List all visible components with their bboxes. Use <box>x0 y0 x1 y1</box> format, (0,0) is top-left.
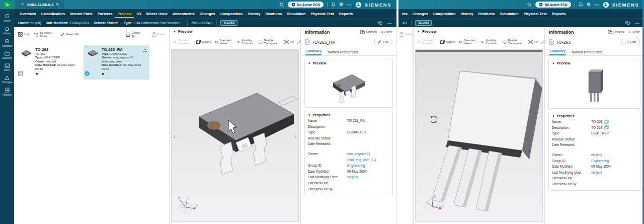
preview-section-title-row[interactable]: ▼ Preview <box>305 59 392 66</box>
tab-named-references[interactable]: Named References <box>572 50 602 55</box>
tab-reports[interactable]: Reports <box>549 9 569 18</box>
preview-section-header[interactable]: ▼ Preview <box>170 27 300 36</box>
prop-value-link[interactable]: ed (ed) <box>347 174 389 180</box>
list-view-button[interactable]: List <box>18 32 29 37</box>
card-to-263-ra[interactable]: TO-263_RA Type: UGMASTER Owner: eda_engu… <box>84 45 149 80</box>
tab-attachments-clipped[interactable]: nts <box>399 9 410 18</box>
ecn-badge[interactable]: No Active ECN <box>535 2 571 8</box>
edit-button[interactable]: Edit <box>374 39 392 45</box>
properties-section-title-row[interactable]: ▼ Properties <box>305 111 392 118</box>
prop-value-link[interactable]: eda_enguser21 (eda_eng_user_21) <box>347 151 389 163</box>
pin-icon[interactable] <box>56 3 60 7</box>
sidebar-item-home-1[interactable]: Home <box>0 12 14 24</box>
capture-snapshot-button[interactable]: Capture Snapshot <box>418 39 436 45</box>
ecn-badge[interactable]: No Active ECN <box>288 2 323 8</box>
share-icon[interactable] <box>625 21 630 25</box>
close-button[interactable]: × Close <box>628 30 640 34</box>
settings-gear-icon[interactable]: ⚙ <box>587 2 591 7</box>
gallery-button[interactable]: Gallery <box>196 40 211 44</box>
sidebar-item-reports[interactable]: Reports <box>0 86 14 98</box>
fit-button[interactable]: Fit <box>284 40 293 44</box>
capture-snapshot-button[interactable]: Capture Snapshot <box>174 39 192 45</box>
fit-button[interactable]: Fit <box>528 40 537 44</box>
tab-history[interactable]: History <box>245 9 263 18</box>
preview-section-title-row[interactable]: ▼ Preview <box>549 59 640 66</box>
close-button[interactable]: × Close <box>381 30 392 34</box>
properties-section-title-row[interactable]: ▼ Properties <box>549 112 640 119</box>
more-menu-icon[interactable]: ⋯ <box>347 2 352 7</box>
settings-gear-icon[interactable]: ⚙ <box>339 2 344 7</box>
paste-button[interactable]: Paste <box>152 31 165 38</box>
tab-changes[interactable]: Changes <box>197 9 218 18</box>
tab-summary[interactable]: Summary <box>305 49 321 55</box>
edit-button[interactable]: Edit <box>621 39 640 45</box>
download-icon[interactable] <box>142 47 148 52</box>
undock-button[interactable]: Undock <box>360 30 377 34</box>
item-id-crumb[interactable]: 6501-1123/A;1 <box>191 21 213 25</box>
tab-named-references[interactable]: Named References <box>328 50 358 55</box>
tab-attachments[interactable]: Attachments <box>170 9 197 18</box>
user-avatar[interactable] <box>603 2 609 8</box>
tab-partners[interactable]: Partners <box>95 9 115 18</box>
viewer-3d[interactable]: ZX <box>415 49 543 222</box>
tab-relations[interactable]: Relations <box>263 9 284 18</box>
tab-physical-test[interactable]: Physical Test <box>521 9 549 18</box>
more-options-icon[interactable]: ⋯ <box>635 21 640 26</box>
card-to-263[interactable]: TO-263 TO-263 Type: UGALTREP Owner: ed (… <box>17 45 82 80</box>
item-id-fragment[interactable]: A;1 <box>403 21 408 25</box>
select-all-button[interactable]: Select All <box>60 32 78 37</box>
search-icon[interactable] <box>527 3 532 7</box>
open-item-tab[interactable]: 6501-1123/A;1 <box>15 0 64 9</box>
tab-composition[interactable]: Composition <box>218 9 246 18</box>
tab-physical-test[interactable]: Physical Test <box>308 9 337 18</box>
tab-classification[interactable]: Classification <box>38 9 67 18</box>
notifications-bell-icon[interactable] <box>331 2 336 7</box>
sidebar-item-inbox[interactable]: Inbox <box>0 62 14 73</box>
viewer-3d[interactable]: ‹ › <box>171 49 299 222</box>
tab-simulation[interactable]: Simulation <box>497 9 521 18</box>
tab-reports[interactable]: Reports <box>337 9 356 18</box>
copy-icon[interactable] <box>604 125 609 129</box>
prop-value-link[interactable]: ed (ed) <box>591 170 637 176</box>
prop-value-link[interactable]: Engineering <box>591 158 637 164</box>
tab-preview[interactable]: Preview <box>115 9 134 18</box>
tab-composition[interactable]: Composition <box>431 9 458 18</box>
visibility-controls-button[interactable]: Visibility Controls <box>481 39 499 45</box>
sidebar-item-changes[interactable]: Changes <box>0 74 14 85</box>
standard-views-button[interactable]: Standard Views <box>459 39 477 45</box>
sidebar-item-explorer[interactable]: Explorer <box>0 50 14 61</box>
tab-3d[interactable]: 3D <box>134 9 143 18</box>
tab-relations[interactable]: Relations <box>476 9 498 18</box>
prop-value-link[interactable]: ed (ed) <box>591 152 637 158</box>
tab-changes[interactable]: Changes <box>410 9 431 18</box>
enable-transparency-button[interactable]: Enable Transpare... <box>259 39 280 45</box>
more-options-icon[interactable]: ⋯ <box>387 21 392 26</box>
preview-section-header[interactable]: ▼ Preview <box>414 27 544 36</box>
gallery-button[interactable]: Gallery <box>440 40 455 44</box>
sidebar-item-assistant[interactable]: Assistant <box>0 37 14 49</box>
tab-overview[interactable]: Overview <box>17 9 38 18</box>
selected-object-chip[interactable]: TO-263 <box>415 20 432 26</box>
enable-transparency-button[interactable]: Enable Transpare... <box>503 39 524 45</box>
paste-button[interactable]: Paste <box>399 32 413 37</box>
undock-button[interactable]: Undock <box>608 30 624 34</box>
tc-logo[interactable]: Tc <box>3 1 12 8</box>
standard-views-button[interactable]: Standard Views <box>215 39 233 45</box>
visibility-controls-button[interactable]: Visibility Controls <box>237 39 255 45</box>
selection-mode-button[interactable]: Selection Mode <box>34 31 55 38</box>
notifications-bell-icon[interactable] <box>579 2 583 7</box>
prop-value-link[interactable]: Engineering <box>347 163 389 169</box>
tab-where-used[interactable]: Where Used <box>143 9 170 18</box>
selected-object-chip[interactable]: TO-263 <box>220 20 237 26</box>
export-to-button[interactable]: Export To... <box>126 31 147 38</box>
tab-summary[interactable]: Summary <box>549 49 566 55</box>
copy-icon[interactable] <box>604 120 609 124</box>
tab-history[interactable]: History <box>458 9 475 18</box>
tab-vendor-parts[interactable]: Vendor Parts <box>67 9 95 18</box>
more-menu-icon[interactable]: ⋯ <box>595 2 600 7</box>
search-icon[interactable] <box>280 3 284 7</box>
user-avatar[interactable] <box>356 2 361 8</box>
tab-simulation[interactable]: Simulation <box>284 9 308 18</box>
sidebar-item-home-2[interactable]: Home <box>0 25 14 36</box>
share-icon[interactable] <box>377 21 383 25</box>
